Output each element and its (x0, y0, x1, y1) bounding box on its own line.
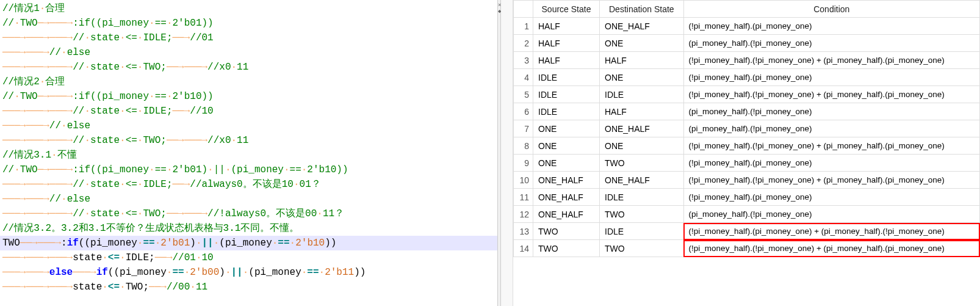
cell-source-state: ONE (533, 137, 600, 155)
row-number: 8 (514, 137, 533, 155)
cell-source-state: HALF (533, 52, 600, 69)
table-row[interactable]: 1HALFONE_HALF(!pi_money_half).(pi_money_… (514, 18, 980, 35)
cell-destination-state: TWO (600, 240, 684, 257)
cell-source-state: ONE_HALF (533, 172, 600, 189)
code-line[interactable]: ───→───→//·else (0, 192, 497, 206)
cell-source-state: IDLE (533, 86, 600, 103)
cell-destination-state: ONE_HALF (600, 172, 684, 189)
code-line[interactable]: //情况3.1·不懂 (0, 148, 497, 162)
cell-source-state: IDLE (533, 103, 600, 120)
cell-condition: (!pi_money_half).(!pi_money_one) + (pi_m… (683, 137, 979, 155)
code-line[interactable]: ───→───→───→//·state·<=·TWO;──→───→//!al… (0, 206, 497, 221)
code-line[interactable]: ───→───→───→state·<=·IDLE;──→//01·10 (0, 250, 497, 265)
cell-destination-state: ONE_HALF (600, 18, 684, 35)
cell-source-state: ONE (533, 155, 600, 172)
row-number: 1 (514, 18, 533, 35)
code-line[interactable]: ───→───→───→//·state·<=·IDLE;──→//always… (0, 177, 497, 192)
cell-condition: (!pi_money_half).(!pi_money_one) + (pi_m… (683, 52, 979, 69)
fsm-table[interactable]: Source State Destination State Condition… (513, 0, 980, 257)
cell-destination-state: ONE_HALF (600, 120, 684, 137)
table-row[interactable]: 5IDLEIDLE(!pi_money_half).(!pi_money_one… (514, 86, 980, 103)
code-line[interactable]: ───→───→───→//·state·<=·TWO;──→───→//x0·… (0, 60, 497, 75)
cell-condition: (!pi_money_half).(pi_money_one) (683, 69, 979, 86)
col-source-state[interactable]: Source State (533, 1, 600, 18)
cell-destination-state: ONE (600, 35, 684, 52)
code-line[interactable]: //·TWO─→───→:if((pi_money·==·2'b01)) (0, 16, 497, 31)
row-number: 7 (514, 120, 533, 137)
row-number: 14 (514, 240, 533, 257)
cell-destination-state: TWO (600, 206, 684, 223)
table-row[interactable]: 14TWOTWO(!pi_money_half).(!pi_money_one)… (514, 240, 980, 257)
cell-condition: (pi_money_half).(!pi_money_one) (683, 35, 979, 52)
table-row[interactable]: 4IDLEONE(!pi_money_half).(pi_money_one) (514, 69, 980, 86)
cell-condition: (pi_money_half).(!pi_money_one) (683, 103, 979, 120)
table-row[interactable]: 2HALFONE(pi_money_half).(!pi_money_one) (514, 35, 980, 52)
cell-destination-state: IDLE (600, 86, 684, 103)
cell-condition: (!pi_money_half).(!pi_money_one) + (pi_m… (683, 240, 979, 257)
pin-icon[interactable]: ◆ (498, 9, 500, 15)
cell-condition: (!pi_money_half).(!pi_money_one) + (pi_m… (683, 86, 979, 103)
code-line[interactable]: ───→───→else───→if((pi_money·==·2'b00)·|… (0, 265, 497, 280)
cell-destination-state: HALF (600, 52, 684, 69)
table-row[interactable]: 8ONEONE(!pi_money_half).(!pi_money_one) … (514, 137, 980, 155)
table-header-row: Source State Destination State Condition (514, 1, 980, 18)
cell-destination-state: IDLE (600, 223, 684, 240)
code-editor[interactable]: //情况1·合理//·TWO─→───→:if((pi_money·==·2'b… (0, 0, 497, 306)
corner-cell (514, 1, 533, 18)
cell-condition: (!pi_money_half).(pi_money_one) (683, 18, 979, 35)
row-number: 10 (514, 172, 533, 189)
code-line[interactable]: //情况2·合理 (0, 75, 497, 89)
col-destination-state[interactable]: Destination State (600, 1, 684, 18)
code-line[interactable]: ───→───→───→//·state·<=·TWO;──→───→//x0·… (0, 133, 497, 148)
cell-source-state: ONE_HALF (533, 206, 600, 223)
row-number: 2 (514, 35, 533, 52)
row-number: 11 (514, 189, 533, 206)
table-row[interactable]: 13TWOIDLE(!pi_money_half).(pi_money_one)… (514, 223, 980, 240)
cell-source-state: TWO (533, 223, 600, 240)
table-row[interactable]: 3HALFHALF(!pi_money_half).(!pi_money_one… (514, 52, 980, 69)
table-row[interactable]: 6IDLEHALF(pi_money_half).(!pi_money_one) (514, 103, 980, 120)
row-number: 6 (514, 103, 533, 120)
table-row[interactable]: 10ONE_HALFONE_HALF(!pi_money_half).(!pi_… (514, 172, 980, 189)
cell-destination-state: ONE (600, 137, 684, 155)
cell-destination-state: HALF (600, 103, 684, 120)
code-line[interactable]: //情况3.2。3.2和3.1不等价？生成状态机表格与3.1不同。不懂。 (0, 221, 497, 236)
cell-condition: (!pi_money_half).(pi_money_one) (683, 189, 979, 206)
table-row[interactable]: 7ONEONE_HALF(pi_money_half).(!pi_money_o… (514, 120, 980, 137)
code-line[interactable]: ───→───→───→state·<=·TWO;──→//00·11 (0, 280, 497, 294)
cell-condition: (!pi_money_half).(pi_money_one) + (pi_mo… (683, 223, 979, 240)
cell-condition: (!pi_money_half).(pi_money_one) (683, 155, 979, 172)
cell-condition: (!pi_money_half).(!pi_money_one) + (pi_m… (683, 172, 979, 189)
col-condition[interactable]: Condition (683, 1, 979, 18)
code-line[interactable]: ───→───→//·else (0, 45, 497, 60)
cell-destination-state: ONE (600, 69, 684, 86)
cell-source-state: HALF (533, 35, 600, 52)
cell-condition: (pi_money_half).(!pi_money_one) (683, 120, 979, 137)
row-number: 5 (514, 86, 533, 103)
cell-source-state: TWO (533, 240, 600, 257)
code-line[interactable]: ───→───→───→//·state·<=·IDLE;──→//01 (0, 31, 497, 45)
code-line[interactable]: //·TWO─→───→:if((pi_money·==·2'b10)) (0, 89, 497, 104)
table-row[interactable]: 9ONETWO(!pi_money_half).(pi_money_one) (514, 155, 980, 172)
code-line[interactable]: ───→───→───→//·state·<=·IDLE;──→//10 (0, 104, 497, 118)
code-line[interactable]: //情况1·合理 (0, 1, 497, 16)
row-number: 3 (514, 52, 533, 69)
cell-destination-state: TWO (600, 155, 684, 172)
code-line[interactable]: //·TWO─→───→:if((pi_money·==·2'b01)·||·(… (0, 162, 497, 177)
row-number: 13 (514, 223, 533, 240)
cell-destination-state: IDLE (600, 189, 684, 206)
code-line[interactable]: ───→───→//·else (0, 118, 497, 133)
table-row[interactable]: 12ONE_HALFTWO(pi_money_half).(!pi_money_… (514, 206, 980, 223)
cell-source-state: ONE_HALF (533, 189, 600, 206)
row-number: 4 (514, 69, 533, 86)
row-number: 9 (514, 155, 533, 172)
code-line[interactable]: TWO──→───→:if((pi_money·==·2'b01)·||·(pi… (0, 236, 497, 250)
cell-source-state: ONE (533, 120, 600, 137)
row-number: 12 (514, 206, 533, 223)
fsm-table-panel: Source State Destination State Condition… (513, 0, 980, 306)
cell-source-state: IDLE (533, 69, 600, 86)
table-row[interactable]: 11ONE_HALFIDLE(!pi_money_half).(pi_money… (514, 189, 980, 206)
panel-gutter (501, 0, 513, 306)
cell-source-state: HALF (533, 18, 600, 35)
close-icon[interactable]: × (498, 2, 500, 9)
